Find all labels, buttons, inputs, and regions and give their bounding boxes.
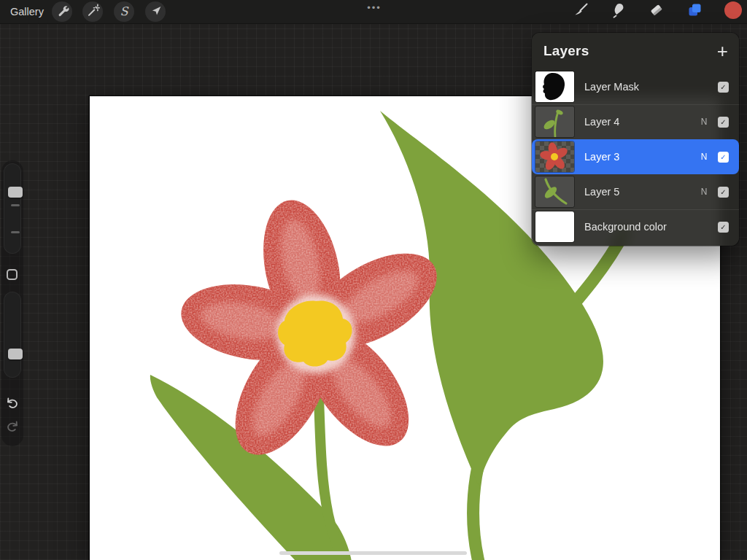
layer-4-thumbnail [535,106,574,137]
layer-row-background-color[interactable]: Background color ✓ [532,209,739,244]
layer-name: Layer 4 [584,116,697,128]
layer-visibility-checkbox[interactable]: ✓ [718,117,729,128]
slider-tick [11,231,20,233]
wrench-icon [54,2,70,21]
eraser-icon [647,1,666,23]
layer-visibility-checkbox[interactable]: ✓ [718,222,729,233]
layer-row-layer-4[interactable]: Layer 4 N ✓ [532,104,739,139]
eraser-tool[interactable] [647,2,666,21]
layer-name: Layer Mask [584,81,697,93]
layers-panel-header: Layers + [532,33,739,69]
layers-panel: Layers + Layer Mask ✓ Layer 4 N ✓ [532,33,739,246]
brush-size-slider[interactable] [4,163,21,254]
background-color-thumbnail [535,211,574,242]
undo-button[interactable] [4,396,20,412]
color-circle-icon [724,1,743,23]
layer-name: Background color [584,221,697,233]
selection-button[interactable]: S [114,1,134,22]
add-layer-button[interactable]: + [717,44,728,58]
slider-tick [11,204,20,206]
sidebar [1,160,23,446]
gallery-button[interactable]: Gallery [10,6,44,18]
transform-arrow-icon [147,2,163,21]
actions-button[interactable] [52,1,72,22]
layers-button[interactable] [685,2,704,21]
transform-button[interactable] [145,1,166,22]
layer-visibility-checkbox[interactable]: ✓ [718,82,729,93]
brush-size-handle[interactable] [8,187,23,198]
blend-mode-badge[interactable]: N [697,152,711,162]
undo-arrow-icon [4,402,20,414]
selection-s-icon: S [120,6,128,18]
layer-3-thumbnail [535,141,574,172]
layer-row-layer-mask[interactable]: Layer Mask ✓ [532,69,739,104]
smudge-finger-icon [609,1,628,23]
color-swatch-button[interactable] [724,2,743,21]
top-toolbar: Gallery S ••• [0,0,747,24]
magic-wand-icon [85,2,101,21]
layer-row-layer-3-selected[interactable]: Layer 3 N ✓ [532,139,739,174]
layer-visibility-checkbox[interactable]: ✓ [718,152,729,163]
layer-5-thumbnail [535,176,574,207]
layer-mask-thumbnail [535,71,574,102]
blend-mode-badge[interactable]: N [697,187,711,197]
opacity-slider[interactable] [4,292,21,378]
adjustments-button[interactable] [82,1,103,22]
layers-icon [685,1,704,23]
blend-mode-badge[interactable]: N [697,117,711,127]
layers-panel-title: Layers [543,43,589,59]
paintbrush-icon [571,1,590,23]
brush-tool[interactable] [571,2,590,21]
layer-row-layer-5[interactable]: Layer 5 N ✓ [532,174,739,209]
canvas-menu-dots[interactable]: ••• [363,2,386,13]
opacity-handle[interactable] [8,349,23,359]
layer-name: Layer 3 [584,151,697,163]
layer-visibility-checkbox[interactable]: ✓ [718,187,729,198]
home-indicator[interactable] [279,551,467,555]
layer-name: Layer 5 [584,186,697,198]
modify-button[interactable] [7,269,18,280]
redo-arrow-icon [4,425,20,438]
redo-button[interactable] [4,419,20,435]
smudge-tool[interactable] [609,2,628,21]
